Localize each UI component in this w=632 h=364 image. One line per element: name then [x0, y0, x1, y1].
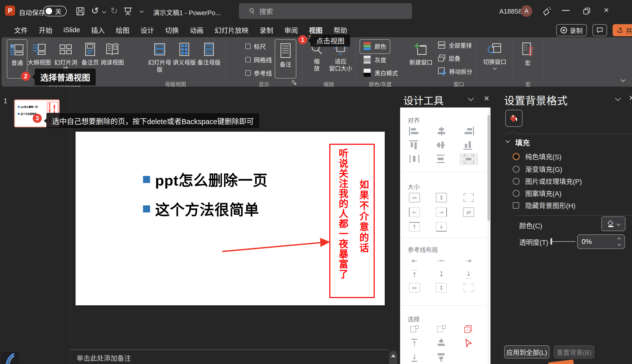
send-to-back-icon[interactable]: ↓: [406, 352, 423, 363]
minimize-button[interactable]: [562, 10, 570, 11]
scroll-up-icon[interactable]: [391, 354, 396, 357]
slide-master-button[interactable]: 幻灯片母版: [148, 39, 172, 79]
guide-top-icon[interactable]: ↑: [406, 269, 423, 280]
hide-background-checkbox[interactable]: 隐藏背景图形(H): [513, 200, 575, 210]
swap-size-icon[interactable]: ⇄: [460, 207, 477, 218]
reading-view-button[interactable]: 阅读视图: [100, 39, 124, 79]
guide-center-horizontal-icon[interactable]: ↧: [433, 269, 450, 280]
red-cursor-icon[interactable]: [460, 338, 477, 349]
floating-tool-icon[interactable]: [0, 351, 20, 364]
avatar[interactable]: A: [521, 5, 532, 17]
spinner-down-icon[interactable]: [617, 242, 621, 246]
guide-box-horizontal-icon[interactable]: ↔: [406, 282, 423, 293]
grayscale-button[interactable]: 灰度: [363, 55, 386, 64]
design-tools-close-icon[interactable]: ×: [484, 93, 489, 104]
align-left-icon[interactable]: [406, 126, 423, 137]
powerpoint-logo-icon[interactable]: P: [5, 6, 15, 16]
comments-button[interactable]: [592, 24, 607, 36]
transparency-slider-track[interactable]: [552, 241, 575, 242]
design-tools-collapse-icon[interactable]: [468, 95, 474, 101]
picture-fill-radio[interactable]: 图片或纹理填充(P): [513, 176, 582, 186]
collapse-ribbon-icon[interactable]: [621, 77, 625, 82]
panel-scrollbar-track[interactable]: [487, 107, 490, 364]
transparency-spinner[interactable]: 0%: [577, 234, 625, 249]
align-top-icon[interactable]: [406, 139, 423, 151]
fill-expand-icon[interactable]: [505, 138, 510, 143]
layer-down-icon[interactable]: [433, 352, 450, 363]
snap-right-icon[interactable]: →: [433, 207, 450, 218]
align-middle-icon[interactable]: [433, 139, 450, 151]
restore-button[interactable]: [583, 8, 590, 15]
select-all-red-icon[interactable]: ✓: [460, 323, 477, 335]
ruler-checkbox[interactable]: 标尺: [245, 42, 266, 51]
stretch-width-icon[interactable]: ↔: [406, 192, 423, 203]
guides-checkbox[interactable]: 参考线: [245, 68, 272, 77]
show-dialog-launcher-icon[interactable]: [292, 80, 297, 86]
center-on-slide-icon[interactable]: [460, 153, 478, 165]
black-white-button[interactable]: 黑白模式: [363, 68, 398, 78]
notes-button[interactable]: 备注: [275, 39, 296, 79]
align-right-icon[interactable]: [460, 126, 477, 137]
solid-fill-radio[interactable]: 纯色填充(S): [513, 152, 561, 161]
color-mode-button[interactable]: 颜色: [363, 41, 386, 51]
undo-icon[interactable]: ↺: [91, 6, 99, 16]
notes-master-button[interactable]: 备注母版: [197, 39, 221, 79]
tab-home[interactable]: 开始: [33, 23, 58, 37]
align-bottom-icon[interactable]: [460, 139, 477, 151]
snap-bottom-icon[interactable]: ↓: [433, 221, 450, 232]
notes-divider[interactable]: [70, 350, 389, 350]
switch-window-button[interactable]: 切换窗口: [480, 39, 510, 79]
reset-background-button[interactable]: 重置背景(B): [554, 345, 594, 358]
tab-animations[interactable]: 动画: [184, 23, 209, 37]
select-area-icon[interactable]: [433, 323, 450, 335]
start-slideshow-icon[interactable]: [123, 6, 133, 17]
red-arrow[interactable]: [220, 234, 331, 254]
format-background-close-icon[interactable]: ×: [629, 93, 632, 103]
guide-right-icon[interactable]: ⇥: [460, 255, 477, 266]
search-input[interactable]: 搜索: [239, 3, 412, 19]
tab-islide[interactable]: iSlide: [58, 23, 86, 37]
tab-transitions[interactable]: 切换: [160, 23, 184, 37]
slide-canvas[interactable]: ppt怎么删除一页 这个方法很简单 听说关注我的人都一夜暴富了 如果不介意的话: [76, 132, 385, 305]
snap-top-icon[interactable]: ↑: [406, 221, 423, 232]
notes-placeholder[interactable]: 单击此处添加备注: [77, 353, 131, 363]
tab-review[interactable]: 审阅: [279, 23, 303, 37]
share-button[interactable]: 共享: [613, 24, 632, 36]
macros-button[interactable]: 宏: [517, 39, 538, 79]
redo-icon[interactable]: ↻: [110, 6, 118, 16]
guide-box-corners-icon[interactable]: [460, 282, 477, 293]
distribute-vertical-icon[interactable]: [433, 153, 450, 164]
format-background-collapse-icon[interactable]: [615, 95, 621, 101]
pattern-fill-radio[interactable]: 图案填充(A): [513, 188, 561, 198]
handout-master-button[interactable]: 讲义母版: [172, 39, 196, 79]
distribute-horizontal-icon[interactable]: [406, 153, 423, 164]
close-button[interactable]: ×: [604, 6, 609, 14]
transparency-slider-handle[interactable]: [550, 238, 552, 245]
quick-access-dropdown-icon[interactable]: [140, 9, 144, 13]
align-center-icon[interactable]: [433, 126, 450, 137]
panel-scrollbar-thumb[interactable]: [487, 115, 490, 221]
tab-insert[interactable]: 插入: [86, 23, 110, 37]
tab-file[interactable]: 文件: [9, 23, 33, 37]
spinner-up-icon[interactable]: [617, 237, 621, 241]
tab-record[interactable]: 录制: [254, 23, 279, 37]
save-icon[interactable]: [76, 7, 85, 16]
gradient-fill-radio[interactable]: 渐变填充(G): [513, 164, 562, 174]
guide-center-vertical-icon[interactable]: →←: [433, 255, 450, 266]
bring-to-front-icon[interactable]: ↑: [406, 338, 423, 349]
undo-dropdown-icon[interactable]: [102, 10, 106, 14]
megaphone-icon[interactable]: [541, 6, 551, 16]
stretch-height-icon[interactable]: ↕: [433, 192, 450, 203]
apply-to-all-button[interactable]: 应用到全部(L): [504, 345, 549, 358]
arrange-all-button[interactable]: 全部重排: [438, 41, 472, 49]
editor-scrollbar[interactable]: [389, 351, 397, 364]
snap-left-icon[interactable]: ←: [406, 207, 423, 218]
fill-bucket-tab-button[interactable]: [505, 110, 522, 127]
guide-left-icon[interactable]: ⇤: [406, 255, 423, 266]
red-vertical-textbox[interactable]: 听说关注我的人都一夜暴富了 如果不介意的话: [329, 144, 375, 298]
slide-bullet2-text[interactable]: 这个方法很简单: [155, 198, 259, 219]
guide-bottom-icon[interactable]: ↓: [460, 269, 477, 280]
new-window-button[interactable]: 新建窗口: [408, 39, 434, 79]
fill-slide-icon[interactable]: [460, 192, 477, 203]
slide-bullet1-text[interactable]: ppt怎么删除一页: [155, 169, 268, 190]
